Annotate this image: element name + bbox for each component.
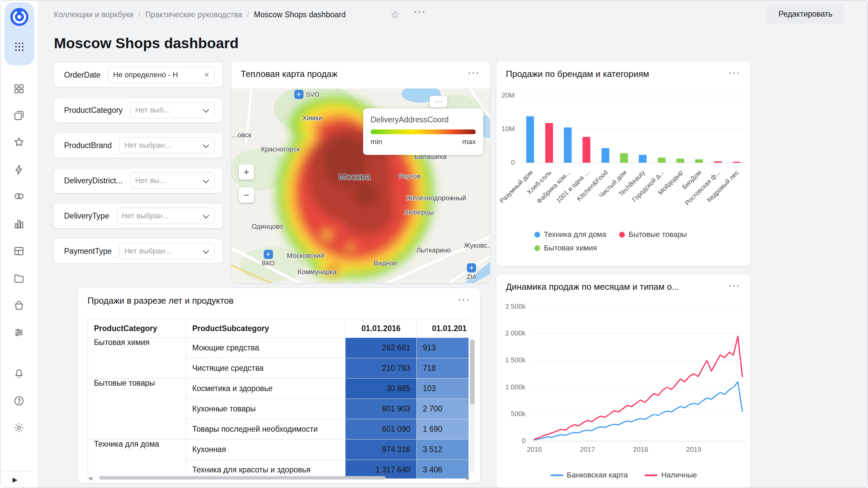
chart-legend: Банковская картаНаличные — [496, 471, 751, 480]
breadcrumb-item[interactable]: Практические руководства — [145, 10, 242, 19]
quick-actions-bolt-icon[interactable] — [12, 162, 26, 177]
filter-productbrand: ProductBrandНет выбран... — [54, 133, 223, 158]
workbooks-icon[interactable] — [12, 108, 26, 123]
bar-3[interactable] — [564, 127, 572, 163]
bar-2[interactable] — [545, 123, 553, 163]
collections-icon[interactable] — [12, 81, 26, 96]
chevron-down-icon — [203, 106, 209, 113]
bar-5[interactable] — [601, 148, 609, 163]
bar-chart-widget: Продажи по брендам и категориям ⋯ 20M10M… — [496, 61, 751, 266]
map-city-label: Лыткарино — [416, 246, 451, 254]
breadcrumb-more-icon[interactable]: ⋯ — [413, 5, 426, 19]
x-axis-labels: 2016201720182019 — [532, 446, 745, 454]
legend-dot-icon — [534, 232, 540, 238]
value-cell: 1 690 — [417, 419, 469, 440]
favorite-star-icon[interactable]: ☆ — [390, 8, 400, 21]
legend-dot-icon — [619, 232, 625, 238]
widget-menu-button[interactable]: ⋯ — [726, 65, 743, 80]
column-header[interactable]: ProductSubcategory — [186, 319, 346, 338]
scrollbar-thumb[interactable] — [470, 340, 475, 405]
apps-grid-icon[interactable] — [12, 40, 27, 55]
y-tick-label: 20M — [496, 92, 515, 99]
chevron-down-icon — [203, 142, 209, 148]
filter-dropdown[interactable]: Нет выбран... — [119, 137, 215, 154]
table-horizontal-scrollbar[interactable]: ◀ ▶ — [88, 475, 470, 481]
legend-item[interactable]: Бытовая химия — [534, 244, 597, 252]
table-vertical-scrollbar[interactable] — [470, 339, 475, 472]
breadcrumb-item[interactable]: Коллекции и воркбуки — [54, 10, 134, 19]
widget-title: Продажи по брендам и категориям — [506, 69, 649, 79]
help-question-icon[interactable] — [12, 393, 26, 408]
breadcrumb: Коллекции и воркбуки/Практические руково… — [54, 8, 346, 21]
y-axis-labels: 2 500k2 000k1 500k1 000k500k0 — [496, 307, 528, 442]
bar-8[interactable] — [658, 158, 666, 163]
widget-menu-button[interactable]: ⋯ — [465, 65, 482, 80]
scrollbar-thumb[interactable] — [99, 476, 386, 480]
services-sliders-icon[interactable] — [12, 325, 26, 340]
bar-12[interactable] — [733, 162, 741, 163]
map-city-label: Жуковс... — [464, 242, 490, 249]
line-plot-area — [532, 307, 745, 441]
bar-11[interactable] — [714, 161, 722, 163]
map-canvas[interactable]: Химки...овскКрасногорскБалашихаМоскваРеу… — [231, 88, 490, 283]
tables-icon[interactable] — [12, 244, 26, 259]
scroll-left-arrow[interactable]: ◀ — [88, 475, 92, 481]
subcategory-cell: Косметика и здоровье — [186, 379, 346, 399]
y-axis-labels: 20M10M0 — [496, 96, 517, 163]
chevron-down-icon — [203, 247, 209, 253]
y-tick-label: 0 — [496, 159, 515, 166]
breadcrumb-item: Moscow Shops dashboard — [254, 10, 346, 19]
marketplace-basket-icon[interactable] — [12, 298, 26, 313]
y-tick-label: 500k — [496, 410, 526, 418]
map-city-label: Одинцово — [252, 223, 283, 230]
filter-dropdown[interactable]: Нет выбран... — [117, 208, 215, 224]
column-header[interactable]: 01.01.201 — [417, 319, 469, 338]
filter-dropdown[interactable]: Нет выбран... — [119, 243, 215, 259]
scroll-right-arrow[interactable]: ▶ — [466, 475, 470, 481]
widget-title: Продажи в разрезе лет и продуктов — [87, 296, 234, 306]
table-row: Бытовая химияМоющие средства282 681913 — [88, 338, 469, 358]
table-scroll-area: ProductCategoryProductSubcategory01.01.2… — [87, 319, 469, 479]
filter-label: OrderDate — [64, 70, 100, 80]
links-rings-icon[interactable] — [12, 189, 26, 204]
favorites-star-icon[interactable] — [12, 135, 26, 149]
page-title: Moscow Shops dashboard — [54, 35, 239, 52]
settings-gear-icon[interactable] — [12, 420, 26, 435]
bar-7[interactable] — [639, 155, 647, 163]
legend-item[interactable]: Техника для дома — [534, 230, 606, 239]
filter-dropdown[interactable]: Нет выб... — [130, 102, 215, 118]
widget-menu-button[interactable]: ⋯ — [455, 292, 472, 307]
widget-menu-button[interactable]: ⋯ — [726, 278, 743, 293]
notifications-bell-icon[interactable] — [12, 366, 26, 381]
legend-item[interactable]: Банковская карта — [550, 471, 628, 480]
legend-item[interactable]: Бытовые товары — [619, 230, 687, 239]
subcategory-cell: Кухонная — [186, 440, 346, 460]
zoom-in-button[interactable]: + — [239, 164, 254, 180]
bar-4[interactable] — [583, 137, 590, 163]
bar-6[interactable] — [620, 153, 628, 163]
sidebar-collapse-button[interactable]: ▶ — [0, 471, 37, 488]
column-header[interactable]: 01.01.2016 — [346, 319, 417, 338]
map-options-button[interactable]: ⋯ — [430, 96, 447, 107]
bar-10[interactable] — [695, 159, 703, 163]
line-chart-widget: Динамика продаж по месяцам и типам о... … — [496, 274, 751, 488]
zoom-out-button[interactable]: − — [239, 187, 254, 203]
edit-button[interactable]: Редактировать — [767, 4, 844, 23]
bar-9[interactable] — [676, 159, 684, 163]
map-city-label: Коммунарка — [298, 268, 336, 276]
filter-dropdown[interactable]: Нет вы... — [130, 172, 215, 189]
filter-label: ProductBrand — [64, 141, 112, 150]
value-cell: 30 885 — [346, 379, 417, 399]
datalens-logo-icon[interactable] — [9, 7, 29, 27]
airport-marker: ✈ZIA — [467, 263, 477, 281]
charts-icon[interactable] — [12, 217, 26, 231]
legend-item[interactable]: Наличные — [645, 471, 697, 480]
datasets-folder-icon[interactable] — [12, 271, 26, 286]
filter-label: ProductCategory — [64, 106, 123, 115]
bar-1[interactable] — [526, 116, 534, 163]
date-range-chip[interactable]: Не определено - Н✕ — [108, 67, 215, 83]
subcategory-cell: Товары последней необходимости — [186, 419, 346, 440]
column-header[interactable]: ProductCategory — [88, 319, 186, 338]
y-tick-label: 2 500k — [496, 303, 526, 310]
clear-filter-icon[interactable]: ✕ — [204, 71, 210, 79]
